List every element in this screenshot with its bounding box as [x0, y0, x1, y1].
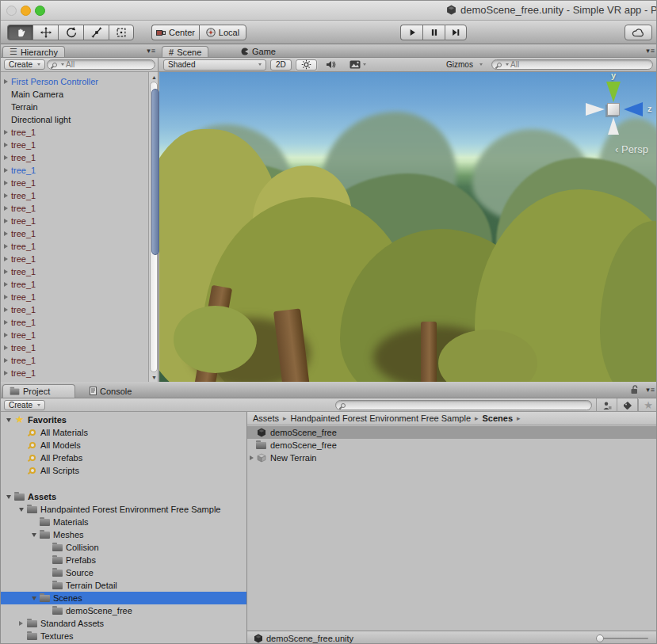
hierarchy-item[interactable]: tree_1 [1, 367, 148, 379]
hierarchy-item[interactable]: tree_1 [1, 151, 148, 164]
disclosure-arrow-icon[interactable] [4, 155, 8, 160]
disclosure-arrow-icon[interactable] [250, 455, 254, 460]
hierarchy-item[interactable]: tree_1 [1, 202, 148, 215]
scale-tool-button[interactable] [83, 25, 109, 40]
project-panel-menu-icon[interactable]: ▾≡ [646, 386, 655, 394]
hierarchy-item[interactable]: Terrain [1, 101, 148, 113]
project-tree-item[interactable]: Materials [1, 516, 246, 528]
project-tree-item[interactable]: Scenes [1, 592, 246, 604]
hierarchy-item[interactable]: tree_1 [1, 227, 148, 240]
hierarchy-search-input[interactable]: All [47, 59, 155, 70]
down-axis-cone-icon[interactable] [608, 117, 619, 135]
breadcrumb-item[interactable]: Scenes [483, 413, 514, 423]
project-tree-item[interactable]: All Models [1, 439, 246, 452]
x-axis-cone-icon[interactable] [586, 103, 605, 116]
move-tool-button[interactable] [32, 25, 58, 40]
disclosure-arrow-icon[interactable] [4, 320, 8, 325]
disclosure-arrow-icon[interactable] [4, 295, 8, 299]
hierarchy-item[interactable]: tree_1 [1, 303, 148, 316]
play-button[interactable] [400, 25, 422, 40]
disclosure-arrow-icon[interactable] [4, 231, 8, 236]
disclosure-open-icon[interactable] [6, 495, 11, 499]
project-tree-item[interactable]: ★Favorites [1, 413, 246, 426]
project-tree-item[interactable]: Source [1, 566, 246, 579]
project-create-button[interactable]: Create [4, 400, 45, 410]
project-tree-item[interactable]: All Scripts [1, 464, 246, 477]
project-tree-item[interactable]: All Prefabs [1, 452, 246, 464]
hierarchy-item[interactable]: tree_1 [1, 126, 148, 139]
lock-open-icon[interactable] [630, 385, 639, 394]
space-mode-button[interactable]: Local [199, 25, 246, 40]
step-button[interactable] [445, 25, 467, 40]
project-tree-item[interactable]: demoScene_free [1, 604, 246, 617]
rotate-tool-button[interactable] [58, 25, 83, 40]
project-tree-item[interactable]: Textures [1, 630, 246, 642]
disclosure-open-icon[interactable] [32, 533, 36, 537]
disclosure-arrow-icon[interactable] [4, 181, 8, 185]
asset-item[interactable]: demoScene_free [247, 439, 657, 452]
lighting-toggle-button[interactable] [296, 59, 317, 70]
scene-viewport[interactable]: y z ‹ Persp [159, 72, 657, 382]
asset-item[interactable]: demoScene_free [247, 426, 657, 439]
disclosure-closed-icon[interactable] [19, 621, 23, 626]
search-by-type-button[interactable] [596, 398, 617, 412]
minimize-window-button[interactable] [21, 6, 31, 16]
hierarchy-item[interactable]: tree_1 [1, 265, 148, 278]
z-axis-cone-icon[interactable] [624, 102, 643, 116]
hand-tool-button[interactable] [7, 25, 32, 40]
hierarchy-item[interactable]: tree_1 [1, 139, 148, 151]
disclosure-open-icon[interactable] [32, 596, 36, 600]
zoom-window-button[interactable] [35, 6, 45, 16]
search-by-label-button[interactable] [617, 398, 637, 412]
gizmo-cube-icon[interactable] [607, 103, 620, 116]
hierarchy-item[interactable]: tree_1 [1, 329, 148, 341]
disclosure-open-icon[interactable] [6, 418, 11, 422]
disclosure-arrow-icon[interactable] [4, 282, 8, 287]
disclosure-open-icon[interactable] [19, 508, 24, 512]
asset-item[interactable]: New Terrain [247, 452, 657, 464]
disclosure-arrow-icon[interactable] [4, 219, 8, 223]
disclosure-arrow-icon[interactable] [4, 244, 8, 249]
hierarchy-item[interactable]: tree_1 [1, 189, 148, 202]
project-tree-item[interactable]: Standard Assets [1, 617, 246, 630]
hierarchy-item[interactable]: tree_1 [1, 215, 148, 227]
effects-dropdown-button[interactable] [345, 59, 371, 70]
project-tree-item[interactable]: Terrain Detail [1, 579, 246, 592]
hierarchy-item[interactable]: tree_1 [1, 253, 148, 265]
disclosure-arrow-icon[interactable] [4, 143, 8, 147]
hierarchy-item[interactable]: tree_1 [1, 316, 148, 329]
hierarchy-item[interactable]: tree_1 [1, 164, 148, 177]
pause-button[interactable] [422, 25, 445, 40]
audio-toggle-button[interactable] [321, 59, 341, 70]
hierarchy-create-button[interactable]: Create [4, 59, 45, 70]
disclosure-arrow-icon[interactable] [4, 307, 8, 312]
disclosure-arrow-icon[interactable] [4, 345, 8, 350]
disclosure-arrow-icon[interactable] [4, 168, 8, 173]
tab-scene[interactable]: # Scene [162, 46, 208, 57]
disclosure-arrow-icon[interactable] [4, 193, 8, 198]
shading-mode-dropdown[interactable]: Shaded [163, 59, 266, 70]
breadcrumb-item[interactable]: Handpainted Forest Environment Free Samp… [291, 413, 471, 423]
hierarchy-panel-menu-icon[interactable]: ▾≡ [147, 47, 156, 55]
cloud-services-button[interactable] [625, 25, 652, 40]
scroll-down-icon[interactable]: ▼ [149, 372, 159, 382]
gizmos-dropdown[interactable]: Gizmos [442, 59, 487, 70]
disclosure-arrow-icon[interactable] [4, 371, 8, 375]
hierarchy-item[interactable]: tree_1 [1, 240, 148, 253]
disclosure-arrow-icon[interactable] [4, 257, 8, 261]
hierarchy-item[interactable]: Main Camera [1, 88, 148, 101]
hierarchy-scrollbar[interactable]: ▲ ▼ [148, 72, 159, 382]
project-search-input[interactable] [335, 400, 592, 410]
project-tree-item[interactable]: All Materials [1, 426, 246, 439]
hierarchy-item[interactable]: tree_1 [1, 278, 148, 291]
y-axis-cone-icon[interactable] [606, 82, 621, 102]
tab-game[interactable]: Game [235, 46, 282, 57]
scrollbar-thumb[interactable] [151, 89, 159, 255]
hierarchy-item[interactable]: Directional light [1, 113, 148, 126]
thumbnail-size-slider[interactable] [599, 638, 648, 639]
hierarchy-item[interactable]: tree_1 [1, 177, 148, 189]
scene-panel-menu-icon[interactable]: ▾≡ [646, 47, 655, 55]
disclosure-arrow-icon[interactable] [4, 130, 8, 135]
hierarchy-item[interactable]: First Person Controller [1, 75, 148, 88]
rect-tool-button[interactable] [109, 25, 134, 40]
